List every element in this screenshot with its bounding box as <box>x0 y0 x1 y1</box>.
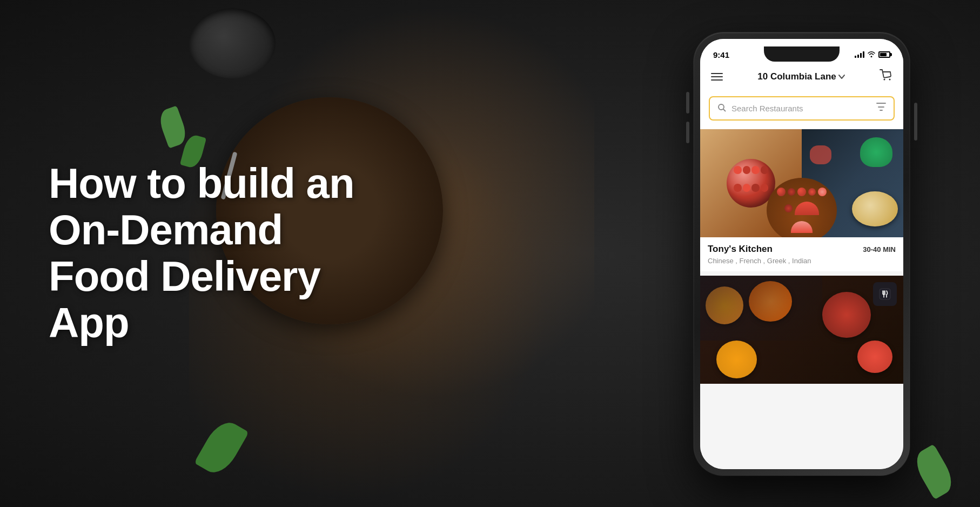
restaurant-card-2[interactable] <box>700 276 903 384</box>
delivery-time: 30-40 MIN <box>863 245 896 254</box>
filter-icon[interactable] <box>876 103 886 114</box>
restaurants-list: Tony's Kitchen 30-40 MIN Chinese , Frenc… <box>700 129 903 469</box>
battery-icon <box>878 51 890 58</box>
svg-point-1 <box>889 79 890 81</box>
restaurant-info-tonys: Tony's Kitchen 30-40 MIN Chinese , Frenc… <box>700 237 903 271</box>
phone-mockup: 9:41 <box>694 32 910 476</box>
headline-line2: On-Demand <box>49 206 283 254</box>
wifi-icon <box>867 51 876 58</box>
search-placeholder: Search Restaurants <box>731 104 876 113</box>
restaurant-image-2 <box>700 276 903 384</box>
search-bar[interactable]: Search Restaurants <box>709 96 895 121</box>
status-time: 9:41 <box>713 50 729 59</box>
phone-outer-frame: 9:41 <box>694 32 910 476</box>
restaurant-card[interactable]: Tony's Kitchen 30-40 MIN Chinese , Frenc… <box>700 129 903 271</box>
phone-notch <box>764 46 840 62</box>
cart-button[interactable] <box>880 69 892 84</box>
volume-up-button <box>686 92 689 114</box>
app-header: 10 Columbia Lane <box>700 65 903 92</box>
signal-icon <box>855 51 864 58</box>
restaurant-badge-icon <box>873 282 897 306</box>
status-icons <box>855 51 890 58</box>
headline-line3: Food Delivery <box>49 252 320 300</box>
svg-point-0 <box>883 79 885 81</box>
left-section: How to build an On-Demand Food Delivery … <box>49 0 416 507</box>
phone-screen: 9:41 <box>700 39 903 469</box>
hamburger-menu-button[interactable] <box>711 73 723 81</box>
headline-line4: App <box>49 299 129 346</box>
restaurant-image-tonys <box>700 129 903 237</box>
search-icon <box>717 103 726 114</box>
power-button <box>914 103 917 141</box>
location-display[interactable]: 10 Columbia Lane <box>757 71 844 82</box>
volume-down-button <box>686 122 689 143</box>
main-headline: How to build an On-Demand Food Delivery … <box>49 161 354 346</box>
location-chevron-icon <box>838 73 845 81</box>
cuisine-tags: Chinese , French , Greek , Indian <box>708 257 896 265</box>
restaurant-name: Tony's Kitchen <box>708 244 773 255</box>
location-text: 10 Columbia Lane <box>757 71 836 82</box>
restaurant-name-row: Tony's Kitchen 30-40 MIN <box>708 244 896 255</box>
headline-line1: How to build an <box>49 159 354 207</box>
search-section: Search Restaurants <box>700 92 903 129</box>
